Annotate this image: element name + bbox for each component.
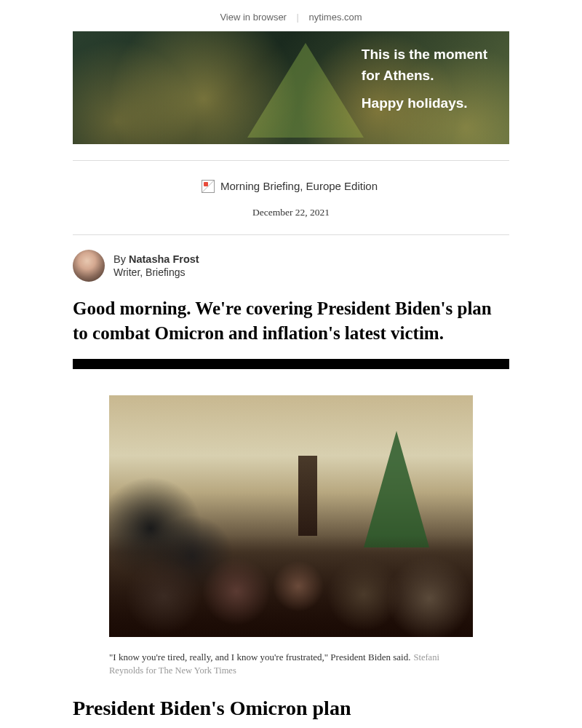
byline-meta: By Natasha Frost Writer, Briefings: [113, 253, 199, 278]
by-prefix: By: [113, 253, 129, 265]
article-image-wrap: [73, 369, 509, 644]
ad-line-1: This is the moment: [362, 44, 487, 66]
top-links: View in browser | nytimes.com: [73, 0, 509, 31]
byline-by: By Natasha Frost: [113, 253, 199, 265]
image-caption: "I know you're tired, really, and I know…: [73, 644, 509, 676]
section-black-bar: [73, 359, 509, 369]
article-image: [109, 395, 473, 637]
link-divider: |: [297, 12, 299, 23]
ad-line-3: Happy holidays.: [362, 93, 487, 114]
briefing-headline: Good morning. We're covering President B…: [73, 292, 509, 359]
author-avatar: [73, 250, 105, 282]
ad-line-2: for Athens.: [362, 66, 487, 87]
newsletter-logo-row: Morning Briefing, Europe Edition: [73, 174, 509, 194]
divider: [73, 234, 509, 235]
author-name[interactable]: Natasha Frost: [129, 253, 199, 265]
divider: [73, 160, 509, 161]
article-title: President Biden's Omicron plan: [73, 676, 509, 729]
ad-banner[interactable]: This is the moment for Athens. Happy hol…: [73, 31, 509, 144]
image-detail-audience: [109, 535, 473, 636]
nytimes-link[interactable]: nytimes.com: [309, 12, 362, 23]
ad-text: This is the moment for Athens. Happy hol…: [362, 44, 487, 114]
view-in-browser-link[interactable]: View in browser: [220, 12, 287, 23]
caption-text: "I know you're tired, really, and I know…: [109, 652, 410, 662]
author-role: Writer, Briefings: [113, 266, 199, 278]
newsletter-logo-alt: Morning Briefing, Europe Edition: [218, 178, 380, 194]
publish-date: December 22, 2021: [73, 194, 509, 221]
broken-image-icon: [202, 180, 215, 193]
byline-row: By Natasha Frost Writer, Briefings: [73, 247, 509, 292]
